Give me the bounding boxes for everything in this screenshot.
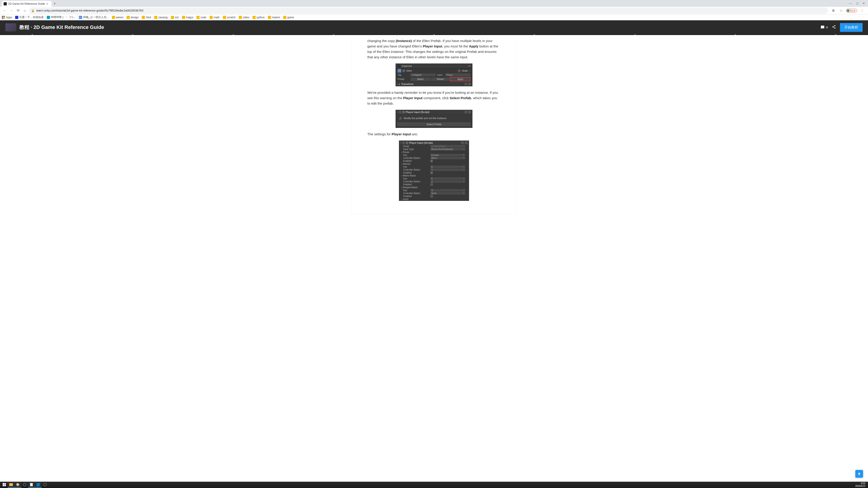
browser-toolbar: ← → ⟳ ⌂ 🔒 learn.unity.com/tutorial/2d-ga… xyxy=(0,7,868,14)
folder-icon xyxy=(154,16,157,19)
bookmark-item[interactable]: video xyxy=(239,16,249,19)
scroll-to-top-button[interactable] xyxy=(855,470,863,478)
folder-icon xyxy=(112,16,115,19)
figure-inspector-apply: iInspector▪ ▾ ✓ Ellen Static ▾ Tag Untag… xyxy=(396,64,472,86)
folder-icon xyxy=(171,16,174,19)
bookmark-item[interactable]: math xyxy=(210,16,220,19)
bookmark-item[interactable]: code xyxy=(196,16,206,19)
share-button[interactable] xyxy=(832,25,836,30)
select-prefab-button: Select Prefab xyxy=(397,122,471,126)
taskbar-chrome[interactable] xyxy=(14,482,21,488)
folder-icon xyxy=(142,16,145,19)
bookmark-item[interactable]: Kr36氪_让一部分人先... xyxy=(79,15,109,19)
bookmark-item[interactable]: xizi xyxy=(171,16,179,19)
nav-home-button[interactable]: ⌂ xyxy=(22,8,28,13)
bookmark-item[interactable]: zaxiang xyxy=(154,16,167,19)
window-maximize-icon[interactable]: ▢ xyxy=(856,2,859,5)
browser-menu-icon[interactable]: ⋮ xyxy=(860,8,865,13)
start-tutorial-button[interactable]: 开始教程 xyxy=(840,23,863,32)
browser-tab[interactable]: 2D Game Kit Reference Guide × xyxy=(2,1,52,7)
taskbar-file-explorer[interactable] xyxy=(8,482,14,488)
system-clock[interactable]: 9:55 2020/9/13 xyxy=(854,482,867,488)
folder-icon xyxy=(182,16,185,19)
article-card: changing the copy (Instance) of the Elle… xyxy=(351,38,517,214)
lock-icon: 🔒 xyxy=(31,9,35,12)
taskbar-clock-app[interactable] xyxy=(21,482,28,488)
bookmark-item[interactable]: game xyxy=(283,16,294,19)
content-viewport[interactable]: changing the copy (Instance) of the Elle… xyxy=(0,35,868,482)
bookmark-item[interactable]: design xyxy=(127,16,138,19)
bookmark-item[interactable]: haigui xyxy=(182,16,193,19)
folder-icon xyxy=(283,16,286,19)
apps-icon xyxy=(2,16,5,19)
page-title: 教程 · 2D Game Kit Reference Guide xyxy=(20,24,104,31)
warning-icon: ⚠ xyxy=(399,116,402,120)
page-header: 教程 · 2D Game Kit Reference Guide 4 开始教程 xyxy=(0,20,868,34)
tab-close-icon[interactable]: × xyxy=(46,2,48,6)
bookmarks-bar: Apps百度一下，你就知道哔哩哔哩 (゜-゜)つ...Kr36氪_让一部分人先.… xyxy=(0,14,868,20)
bookmark-item[interactable]: mainm xyxy=(268,16,280,19)
baidu-icon xyxy=(15,16,18,19)
comment-icon xyxy=(820,25,825,29)
tab-title: 2D Game Kit Reference Guide xyxy=(8,2,45,5)
avatar-dot-icon: 夜 xyxy=(847,9,849,12)
bookmark-item[interactable]: 哔哩哔哩 (゜-゜)つ... xyxy=(47,15,75,19)
windows-taskbar: 9:55 2020/9/13 xyxy=(0,482,868,488)
address-bar[interactable]: 🔒 learn.unity.com/tutorial/2d-game-kit-r… xyxy=(29,7,828,14)
folder-icon xyxy=(223,16,226,19)
taskbar-vscode[interactable] xyxy=(35,482,41,488)
bookmark-item[interactable]: Apps xyxy=(2,16,12,19)
comment-count[interactable]: 4 xyxy=(820,25,828,29)
bookmark-star-icon[interactable]: ☆ xyxy=(838,8,844,13)
checkbox-icon: ✓ xyxy=(406,142,408,144)
tutorial-thumbnail xyxy=(5,23,16,31)
paragraph: We've provided a handy reminder to let y… xyxy=(367,90,501,106)
info-icon: i xyxy=(398,65,400,67)
zoom-icon[interactable]: ⊕ xyxy=(831,8,836,13)
checkbox-icon xyxy=(458,70,460,72)
checkbox-icon: ✓ xyxy=(402,111,405,113)
bookmark-item[interactable]: weixin xyxy=(112,16,123,19)
bili-icon xyxy=(47,16,50,19)
apply-button-highlighted: Apply xyxy=(450,77,470,81)
folder-icon xyxy=(196,16,199,19)
paragraph: The settings for Player Input are; xyxy=(367,131,501,137)
folder-icon xyxy=(239,16,242,19)
window-close-icon[interactable]: ✕ xyxy=(863,2,865,5)
bookmark-item[interactable]: 百度一下，你就知道 xyxy=(15,15,43,19)
folder-icon xyxy=(252,16,256,19)
window-minimize-icon[interactable]: — xyxy=(849,2,852,5)
folder-icon xyxy=(210,16,213,19)
folder-icon xyxy=(268,16,271,19)
nav-reload-button[interactable]: ⟳ xyxy=(16,8,21,13)
folder-icon xyxy=(127,16,130,19)
new-tab-button[interactable]: + xyxy=(52,0,58,7)
prefab-cube-icon xyxy=(398,69,401,72)
figure-player-input-settings: ▾ ✓ Player Input (Script) Script◎ Player… xyxy=(399,140,469,201)
checkbox-icon: ✓ xyxy=(403,70,405,72)
figure-player-input-warning: ▾ ✓ Player Input (Script) ⚠ Modify the p… xyxy=(396,110,472,128)
extension-error-badge[interactable]: 夜 Error xyxy=(846,9,857,12)
kr-icon: Kr xyxy=(79,16,82,19)
bookmark-item[interactable]: scratch xyxy=(223,16,236,19)
script-icon xyxy=(399,111,401,113)
tab-favicon xyxy=(4,2,7,5)
arrow-up-icon xyxy=(857,472,861,476)
browser-titlebar: 2D Game Kit Reference Guide × + — ▢ ✕ xyxy=(0,0,868,7)
paragraph: changing the copy (Instance) of the Elle… xyxy=(367,38,501,60)
nav-forward-button[interactable]: → xyxy=(8,8,14,13)
share-icon xyxy=(832,25,836,29)
bookmark-item[interactable]: python xyxy=(252,16,265,19)
taskbar-notes[interactable] xyxy=(28,482,35,488)
start-button[interactable] xyxy=(1,482,8,488)
nav-back-button[interactable]: ← xyxy=(2,8,7,13)
script-icon xyxy=(402,142,405,144)
taskbar-obs[interactable] xyxy=(41,482,49,488)
bookmark-item[interactable]: html xyxy=(142,16,151,19)
url-text: learn.unity.com/tutorial/2d-game-kit-ref… xyxy=(36,9,143,12)
